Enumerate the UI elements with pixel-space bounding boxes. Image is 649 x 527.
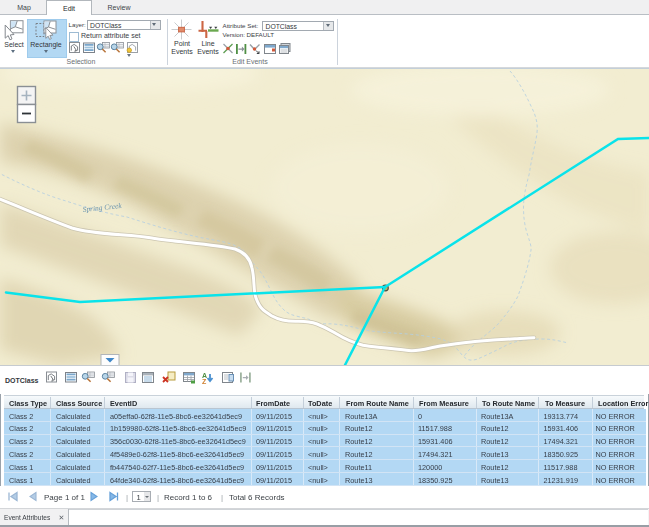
svg-text:Z: Z [202,378,207,384]
